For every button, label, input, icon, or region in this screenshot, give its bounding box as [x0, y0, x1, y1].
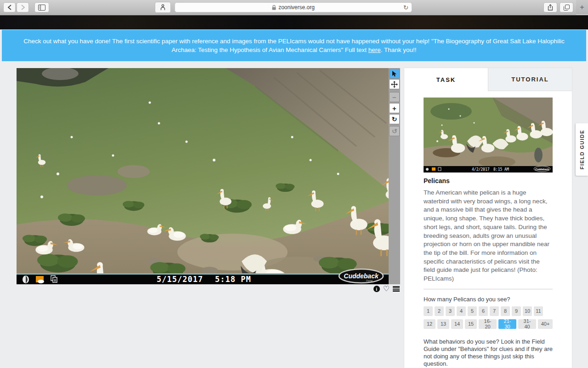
count-button-2[interactable]: 2: [435, 306, 444, 316]
metadata-info-icon[interactable]: i: [373, 286, 380, 292]
count-button-8[interactable]: 8: [501, 306, 510, 316]
thumb-date: 4/2/2017: [472, 167, 490, 172]
share-icon: [548, 4, 553, 11]
tab-tutorial[interactable]: TUTORIAL: [488, 68, 572, 91]
announcement-line2-end: . Thank you!!: [381, 46, 417, 53]
count-button-10[interactable]: 10: [523, 306, 532, 316]
subject-meta-bar: i ♡: [372, 285, 400, 293]
thumb-brand: Cuddeback: [535, 168, 549, 171]
zooniverse-logo-icon: [160, 4, 165, 11]
thumb-time: 8:15 AM: [493, 167, 509, 172]
forward-button[interactable]: [17, 2, 29, 12]
tabs-icon: [564, 5, 570, 11]
announcement-text: Check out what you have done! The first …: [23, 37, 564, 54]
count-button-16-20[interactable]: 16-20: [479, 319, 497, 329]
sidebar-button[interactable]: [34, 2, 49, 12]
subject-image[interactable]: 8 5/15/2017 5:18 PM Cuddeback Digital: [17, 68, 389, 284]
image-toolbar: − + ↻ ↺: [389, 68, 400, 284]
count-button-12[interactable]: 12: [424, 319, 435, 329]
rotate-tool-button[interactable]: ↻: [389, 114, 400, 124]
count-button-9[interactable]: 9: [512, 306, 521, 316]
tab-task[interactable]: TASK: [404, 68, 488, 91]
count-button-5[interactable]: 5: [468, 306, 477, 316]
favorite-heart-icon[interactable]: ♡: [383, 286, 390, 292]
count-button-4[interactable]: 4: [457, 306, 466, 316]
collections-list-icon[interactable]: [393, 286, 400, 292]
announcement-banner: Check out what you have done! The first …: [2, 30, 586, 61]
question-count: How many Pelicans do you see?: [424, 296, 553, 303]
announcement-line1: Check out what you have done! The first …: [23, 38, 564, 45]
full-text-link[interactable]: here: [368, 46, 381, 53]
count-button-21-30[interactable]: 21-30: [498, 319, 516, 329]
stamp-moon-icon: [23, 276, 29, 283]
stamp-date: 5/15/2017: [157, 275, 203, 284]
svg-text:Digital: Digital: [366, 279, 373, 282]
cursor-icon: [392, 71, 397, 77]
address-bar[interactable]: zooniverse.org ↻: [175, 2, 412, 12]
select-tool-button[interactable]: [389, 69, 400, 79]
lock-icon: [272, 5, 276, 10]
announcement-line2: Archaea: Testing the Hypothesis of Avian…: [171, 46, 368, 53]
stamp-time: 5:18 PM: [215, 275, 251, 284]
count-button-40plus[interactable]: 40+: [538, 319, 553, 329]
site-header-band: [0, 15, 588, 29]
share-button[interactable]: [543, 2, 557, 12]
count-button-1[interactable]: 1: [424, 306, 433, 316]
url-text: zooniverse.org: [278, 4, 315, 11]
guide-title: Pelicans: [424, 177, 553, 184]
divider: [424, 289, 553, 289]
count-button-13[interactable]: 13: [437, 319, 449, 329]
plus-icon: +: [580, 3, 584, 12]
move-icon: [391, 81, 398, 88]
rotate-icon: ↻: [392, 115, 397, 123]
browser-toolbar: zooniverse.org ↻ +: [0, 0, 588, 15]
count-button-6[interactable]: 6: [479, 306, 488, 316]
guide-description: The American white pelican is a huge wat…: [424, 189, 553, 283]
reset-tool-button[interactable]: ↺: [389, 126, 400, 136]
reset-icon: ↺: [392, 127, 397, 135]
back-button[interactable]: [3, 2, 16, 12]
minus-icon: −: [392, 93, 396, 101]
stamp-weather-icon: [36, 276, 44, 283]
svg-text:8: 8: [54, 279, 56, 282]
back-icon: [7, 5, 12, 10]
pan-tool-button[interactable]: [389, 79, 400, 89]
task-tabs: TASK TUTORIAL: [404, 68, 572, 91]
question-behaviors: What behaviors do you see? Look in the F…: [424, 338, 553, 368]
count-button-3[interactable]: 3: [446, 306, 455, 316]
plus-icon: +: [392, 104, 396, 112]
cuddeback-logo: Cuddeback Digital: [339, 269, 383, 283]
field-guide-thumbnail[interactable]: 4/2/2017 8:15 AM Cuddeback: [424, 98, 553, 172]
task-panel: TASK TUTORIAL: [404, 68, 572, 368]
sidebar-icon: [38, 5, 45, 11]
count-button-7[interactable]: 7: [490, 306, 499, 316]
field-guide-tab[interactable]: FIELD GUIDE: [576, 123, 588, 176]
refresh-icon[interactable]: ↻: [403, 4, 408, 11]
new-tab-button[interactable]: +: [576, 0, 588, 15]
field-guide-label: FIELD GUIDE: [579, 130, 585, 169]
count-button-31-40[interactable]: 31-40: [518, 319, 536, 329]
zoom-in-button[interactable]: +: [389, 103, 400, 113]
svg-text:Cuddeback: Cuddeback: [344, 272, 379, 280]
count-button-14[interactable]: 14: [451, 319, 463, 329]
count-answers-row2: 12 13 14 15 16-20 21-30 31-40 40+: [424, 319, 553, 329]
camera-trap-photo: 8 5/15/2017 5:18 PM Cuddeback Digital: [17, 68, 389, 284]
count-button-11[interactable]: 11: [534, 306, 543, 316]
count-answers-row1: 1 2 3 4 5 6 7 8 9 10 11: [424, 306, 553, 316]
show-tabs-button[interactable]: [560, 2, 573, 12]
count-button-15[interactable]: 15: [465, 319, 477, 329]
site-favicon-button[interactable]: [155, 2, 171, 13]
zoom-out-button[interactable]: −: [389, 92, 400, 102]
forward-icon: [21, 5, 25, 10]
